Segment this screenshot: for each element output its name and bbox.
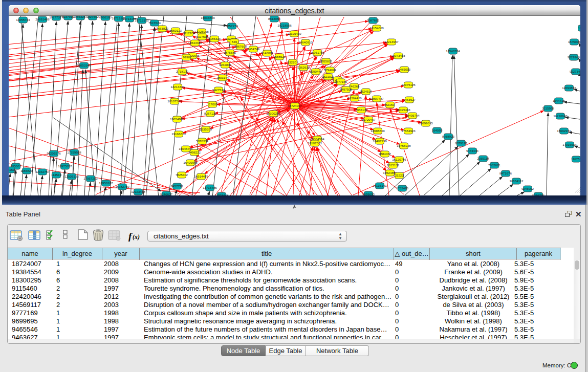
svg-text:18640910: 18640910 bbox=[298, 40, 313, 44]
svg-text:8813054: 8813054 bbox=[268, 17, 281, 20]
svg-text:19495794: 19495794 bbox=[405, 114, 420, 117]
svg-text:13716485: 13716485 bbox=[203, 186, 217, 189]
svg-text:10653267: 10653267 bbox=[73, 16, 88, 18]
svg-text:9327505: 9327505 bbox=[196, 35, 209, 38]
svg-text:9777169: 9777169 bbox=[335, 80, 347, 83]
svg-text:116753: 116753 bbox=[571, 157, 580, 161]
svg-text:1575074: 1575074 bbox=[568, 40, 580, 43]
svg-text:10975857: 10975857 bbox=[58, 164, 72, 168]
svg-text:15720407: 15720407 bbox=[361, 118, 376, 121]
svg-text:3624514: 3624514 bbox=[360, 90, 373, 93]
svg-text:17957253: 17957253 bbox=[83, 177, 98, 180]
svg-text:10025433: 10025433 bbox=[396, 108, 410, 112]
svg-text:9427512: 9427512 bbox=[212, 88, 225, 92]
svg-text:12093872: 12093872 bbox=[562, 86, 576, 90]
svg-text:12213383: 12213383 bbox=[170, 85, 185, 89]
svg-text:1990448: 1990448 bbox=[310, 70, 322, 73]
svg-text:16961758: 16961758 bbox=[310, 51, 324, 54]
svg-text:10699695: 10699695 bbox=[419, 121, 433, 125]
svg-text:16548784: 16548784 bbox=[446, 49, 460, 53]
svg-text:12213957: 12213957 bbox=[384, 40, 399, 43]
svg-text:1498222: 1498222 bbox=[188, 150, 201, 154]
svg-text:15692971: 15692971 bbox=[557, 129, 571, 133]
svg-text:9242845: 9242845 bbox=[219, 63, 232, 67]
svg-text:16782759: 16782759 bbox=[115, 185, 129, 188]
svg-text:9227343: 9227343 bbox=[570, 70, 580, 73]
svg-text:10958107: 10958107 bbox=[99, 181, 113, 185]
svg-text:19756928: 19756928 bbox=[397, 144, 411, 147]
svg-text:9457791: 9457791 bbox=[171, 184, 184, 188]
svg-text:16033809: 16033809 bbox=[201, 16, 215, 19]
svg-text:1615132: 1615132 bbox=[387, 163, 400, 167]
svg-text:13226058: 13226058 bbox=[194, 30, 209, 33]
svg-text:f: f bbox=[128, 231, 133, 242]
svg-text:9474444: 9474444 bbox=[466, 149, 479, 152]
svg-text:2803144: 2803144 bbox=[216, 76, 229, 79]
svg-text:8267130: 8267130 bbox=[204, 112, 217, 115]
svg-text:6879197: 6879197 bbox=[455, 141, 468, 145]
svg-text:25223: 25223 bbox=[395, 173, 404, 177]
svg-text:19166823: 19166823 bbox=[171, 132, 186, 136]
svg-text:10688609: 10688609 bbox=[371, 129, 385, 133]
svg-text:3912954: 3912954 bbox=[183, 31, 195, 35]
svg-text:7663822: 7663822 bbox=[156, 27, 169, 30]
svg-text:19654988: 19654988 bbox=[170, 117, 184, 121]
svg-text:20206576: 20206576 bbox=[47, 151, 61, 155]
svg-text:117005: 117005 bbox=[207, 102, 218, 106]
svg-text:7625402: 7625402 bbox=[176, 173, 188, 177]
svg-text:7515524: 7515524 bbox=[148, 21, 161, 25]
svg-text:1244415: 1244415 bbox=[553, 99, 565, 102]
svg-text:7857274: 7857274 bbox=[226, 24, 238, 28]
svg-text:18724007: 18724007 bbox=[288, 104, 302, 107]
svg-text:17359918: 17359918 bbox=[67, 150, 81, 154]
svg-text:(x): (x) bbox=[133, 233, 140, 240]
svg-text:19218506: 19218506 bbox=[277, 24, 292, 27]
svg-text:18300295: 18300295 bbox=[266, 112, 280, 115]
svg-text:10107563: 10107563 bbox=[167, 99, 182, 103]
svg-text:1362635: 1362635 bbox=[297, 65, 310, 69]
svg-text:1327602: 1327602 bbox=[86, 16, 99, 18]
svg-text:3875685: 3875685 bbox=[224, 51, 236, 54]
svg-text:2087682: 2087682 bbox=[367, 18, 380, 22]
svg-text:114519: 114519 bbox=[51, 173, 62, 177]
svg-text:1156829: 1156829 bbox=[20, 169, 33, 172]
svg-text:5878334: 5878334 bbox=[196, 139, 209, 143]
svg-text:17016504: 17016504 bbox=[562, 143, 577, 146]
svg-text:12975125: 12975125 bbox=[401, 83, 416, 86]
svg-text:20691406: 20691406 bbox=[35, 17, 50, 21]
svg-text:1335359: 1335359 bbox=[200, 127, 212, 131]
svg-text:8186323: 8186323 bbox=[208, 37, 221, 40]
svg-text:14136141: 14136141 bbox=[373, 184, 387, 187]
svg-text:17654923: 17654923 bbox=[401, 129, 416, 133]
svg-text:16210643: 16210643 bbox=[553, 114, 568, 118]
svg-text:9463627: 9463627 bbox=[403, 98, 416, 101]
svg-text:62160: 62160 bbox=[385, 103, 395, 106]
svg-text:7955812: 7955812 bbox=[320, 59, 333, 63]
svg-text:14055724: 14055724 bbox=[16, 18, 30, 21]
svg-text:16154808: 16154808 bbox=[369, 26, 384, 30]
svg-text:16543362: 16543362 bbox=[188, 41, 202, 45]
svg-text:5794024: 5794024 bbox=[324, 68, 337, 72]
svg-text:9384067: 9384067 bbox=[379, 152, 391, 156]
svg-text:12942757: 12942757 bbox=[35, 170, 50, 173]
svg-text:9245052: 9245052 bbox=[521, 187, 534, 190]
svg-text:8938923: 8938923 bbox=[442, 135, 455, 138]
svg-text:9329966: 9329966 bbox=[568, 55, 580, 59]
svg-text:18407299: 18407299 bbox=[373, 139, 387, 143]
svg-text:7485003: 7485003 bbox=[398, 68, 411, 71]
svg-text:16914479: 16914479 bbox=[194, 174, 208, 178]
svg-text:7632621: 7632621 bbox=[488, 163, 501, 167]
svg-text:11123: 11123 bbox=[578, 26, 580, 30]
svg-text:132203: 132203 bbox=[288, 60, 298, 64]
svg-text:6966160: 6966160 bbox=[99, 16, 112, 19]
svg-text:2718170: 2718170 bbox=[176, 70, 189, 73]
svg-text:10107563: 10107563 bbox=[308, 141, 322, 145]
svg-text:1588520: 1588520 bbox=[273, 55, 286, 58]
svg-text:39159: 39159 bbox=[9, 168, 15, 171]
svg-text:164095: 164095 bbox=[432, 128, 443, 132]
svg-text:10654112: 10654112 bbox=[509, 179, 524, 183]
svg-text:546: 546 bbox=[232, 40, 237, 43]
svg-text:12923448: 12923448 bbox=[131, 190, 145, 193]
svg-text:16120746: 16120746 bbox=[392, 158, 406, 161]
svg-text:1733426: 1733426 bbox=[396, 186, 409, 190]
